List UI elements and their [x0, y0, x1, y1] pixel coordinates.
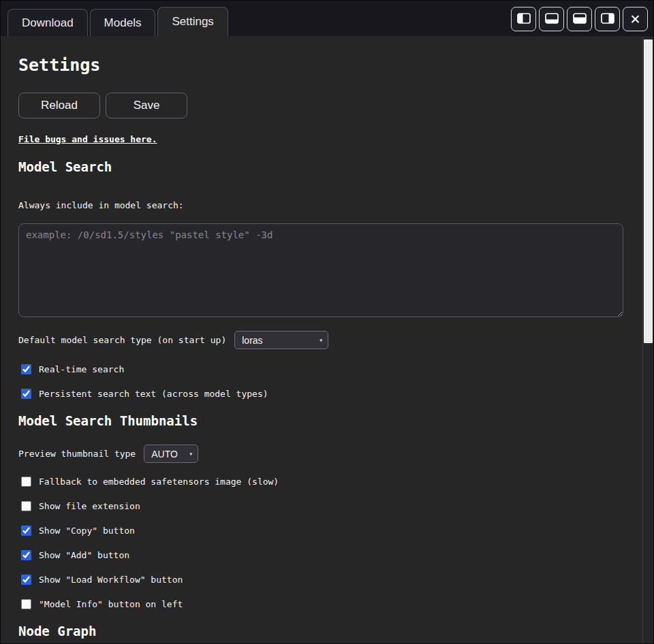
page-title: Settings — [18, 55, 642, 75]
close-button[interactable]: ✕ — [623, 7, 648, 31]
checkbox-row-show-add-button[interactable]: Show "Add" button — [18, 550, 129, 560]
settings-panel: Settings Reload Save File bugs and issue… — [1, 36, 642, 643]
dock-right-panel-icon — [601, 13, 614, 26]
dock-bottom-large-panel-icon — [573, 13, 587, 26]
tab-settings[interactable]: Settings — [157, 7, 228, 36]
tab-models[interactable]: Models — [90, 9, 156, 36]
dock-right-panel-button[interactable] — [595, 7, 620, 31]
checkbox-row-model-info-left[interactable]: "Model Info" button on left — [18, 599, 183, 609]
show-load-workflow-checkbox[interactable] — [21, 575, 31, 585]
model-search-heading: Model Search — [18, 159, 642, 174]
show-copy-button-checkbox[interactable] — [21, 526, 31, 536]
default-search-type-select-wrap: loras ▾ — [234, 331, 328, 349]
persistent-search-checkbox[interactable] — [21, 389, 31, 399]
default-search-type-label: Default model search type (on start up) — [18, 335, 226, 345]
safetensors-fallback-checkbox[interactable] — [21, 477, 31, 487]
thumbnails-heading: Model Search Thumbnails — [18, 413, 642, 428]
checkbox-label: "Model Info" button on left — [39, 599, 183, 609]
checkbox-row-show-copy-button[interactable]: Show "Copy" button — [18, 526, 135, 536]
settings-actions: Reload Save — [18, 93, 642, 118]
dock-bottom-panel-button[interactable] — [539, 7, 564, 31]
checkbox-label: Real-time search — [39, 364, 124, 374]
tab-list: Download Models Settings — [7, 7, 228, 36]
default-search-type-select[interactable]: loras — [234, 331, 328, 349]
checkbox-row-safetensors-fallback[interactable]: Fallback to embedded safetensors image (… — [18, 477, 279, 487]
vertical-scrollbar-track[interactable] — [642, 37, 653, 643]
dock-bottom-panel-icon — [545, 13, 559, 26]
always-include-label: Always include in model search: — [18, 200, 642, 210]
checkbox-label: Show "Copy" button — [39, 526, 135, 536]
checkbox-label: Show "Load Workflow" button — [39, 575, 183, 585]
reload-button[interactable]: Reload — [18, 93, 100, 118]
checkbox-row-realtime-search[interactable]: Real-time search — [18, 364, 124, 374]
dock-left-panel-icon — [517, 13, 531, 26]
always-include-textarea[interactable] — [18, 223, 623, 317]
default-search-type-row: Default model search type (on start up) … — [18, 331, 642, 349]
dock-bottom-large-panel-button[interactable] — [567, 7, 592, 31]
checkbox-label: Show "Add" button — [39, 550, 129, 560]
checkbox-label: Fallback to embedded safetensors image (… — [39, 477, 279, 487]
tab-bar: Download Models Settings — [1, 1, 653, 36]
show-add-button-checkbox[interactable] — [21, 550, 31, 560]
dock-left-panel-button[interactable] — [511, 7, 536, 31]
checkbox-row-persistent-search[interactable]: Persistent search text (across model typ… — [18, 389, 268, 399]
realtime-search-checkbox[interactable] — [21, 364, 31, 374]
tab-download[interactable]: Download — [7, 9, 88, 36]
show-file-extension-checkbox[interactable] — [21, 501, 31, 511]
preview-thumbnail-select-wrap: AUTO ▾ — [144, 445, 198, 463]
model-manager-window: Download Models Settings — [0, 0, 654, 644]
window-toolbar: ✕ — [511, 7, 648, 31]
model-info-left-checkbox[interactable] — [21, 599, 31, 609]
checkbox-label: Show file extension — [39, 501, 140, 511]
checkbox-row-show-file-extension[interactable]: Show file extension — [18, 501, 140, 511]
close-icon: ✕ — [630, 13, 641, 26]
checkbox-label: Persistent search text (across model typ… — [39, 389, 268, 399]
save-button[interactable]: Save — [106, 93, 187, 118]
node-graph-heading: Node Graph — [18, 624, 642, 639]
vertical-scrollbar-thumb[interactable] — [644, 39, 653, 343]
preview-thumbnail-type-select[interactable]: AUTO — [144, 445, 198, 463]
checkbox-row-show-load-workflow-button[interactable]: Show "Load Workflow" button — [18, 575, 183, 585]
file-bugs-link[interactable]: File bugs and issues here. — [18, 134, 157, 144]
preview-thumbnail-type-label: Preview thumbnail type — [18, 449, 136, 459]
preview-thumbnail-type-row: Preview thumbnail type AUTO ▾ — [18, 445, 642, 463]
